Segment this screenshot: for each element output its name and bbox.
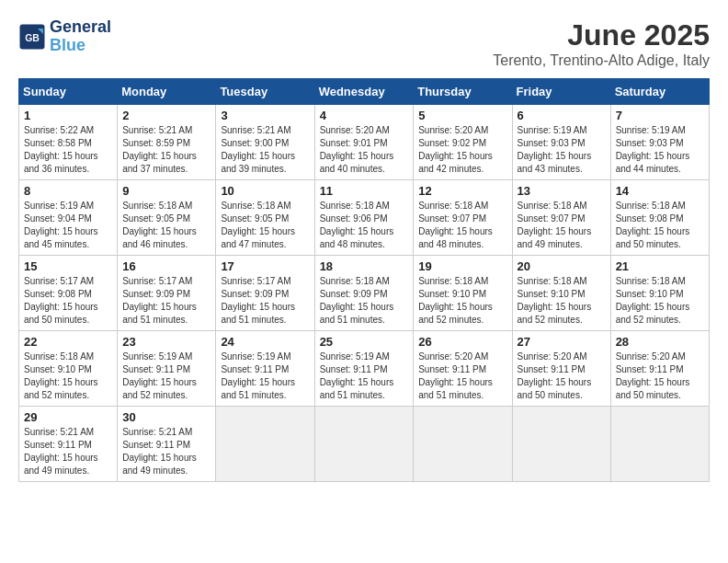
col-wednesday: Wednesday	[314, 79, 414, 105]
day-number: 24	[221, 335, 309, 349]
day-info: Sunrise: 5:19 AM Sunset: 9:11 PM Dayligh…	[221, 350, 309, 402]
day-number: 5	[418, 109, 506, 122]
title-block: June 2025 Terento, Trentino-Alto Adige, …	[493, 18, 710, 69]
table-row: 28 Sunrise: 5:20 AM Sunset: 9:11 PM Dayl…	[610, 331, 709, 407]
day-info: Sunrise: 5:20 AM Sunset: 9:11 PM Dayligh…	[418, 350, 506, 402]
table-row: 24 Sunrise: 5:19 AM Sunset: 9:11 PM Dayl…	[216, 331, 314, 407]
day-info: Sunrise: 5:20 AM Sunset: 9:11 PM Dayligh…	[518, 350, 606, 402]
day-info: Sunrise: 5:20 AM Sunset: 9:01 PM Dayligh…	[320, 124, 409, 176]
day-info: Sunrise: 5:18 AM Sunset: 9:05 PM Dayligh…	[122, 200, 210, 251]
table-row: 7 Sunrise: 5:19 AM Sunset: 9:03 PM Dayli…	[610, 105, 709, 180]
table-row: 18 Sunrise: 5:18 AM Sunset: 9:09 PM Dayl…	[314, 256, 414, 331]
table-row: 30 Sunrise: 5:21 AM Sunset: 9:11 PM Dayl…	[118, 407, 216, 482]
col-thursday: Thursday	[414, 79, 512, 105]
calendar-week-row: 8 Sunrise: 5:19 AM Sunset: 9:04 PM Dayli…	[19, 180, 710, 256]
day-number: 1	[24, 109, 112, 122]
svg-text:GB: GB	[25, 31, 40, 42]
day-number: 10	[221, 184, 309, 198]
day-number: 9	[122, 184, 210, 198]
table-row: 12 Sunrise: 5:18 AM Sunset: 9:07 PM Dayl…	[414, 180, 512, 256]
day-info: Sunrise: 5:21 AM Sunset: 9:00 PM Dayligh…	[221, 124, 309, 176]
col-tuesday: Tuesday	[216, 79, 314, 105]
table-row: 9 Sunrise: 5:18 AM Sunset: 9:05 PM Dayli…	[118, 180, 216, 256]
day-info: Sunrise: 5:18 AM Sunset: 9:09 PM Dayligh…	[320, 275, 409, 327]
day-number: 25	[320, 335, 409, 349]
table-row: 13 Sunrise: 5:18 AM Sunset: 9:07 PM Dayl…	[512, 180, 610, 256]
day-info: Sunrise: 5:18 AM Sunset: 9:10 PM Dayligh…	[518, 275, 606, 327]
table-row: 16 Sunrise: 5:17 AM Sunset: 9:09 PM Dayl…	[118, 256, 216, 331]
day-number: 17	[221, 259, 309, 273]
day-number: 21	[616, 259, 704, 273]
day-number: 13	[518, 184, 606, 198]
day-number: 7	[616, 109, 704, 122]
day-number: 16	[122, 259, 210, 273]
day-number: 28	[616, 335, 704, 349]
calendar-week-row: 15 Sunrise: 5:17 AM Sunset: 9:08 PM Dayl…	[19, 256, 710, 331]
table-row: 23 Sunrise: 5:19 AM Sunset: 9:11 PM Dayl…	[118, 331, 216, 407]
day-info: Sunrise: 5:21 AM Sunset: 8:59 PM Dayligh…	[122, 124, 210, 176]
day-number: 22	[24, 335, 112, 349]
day-info: Sunrise: 5:18 AM Sunset: 9:10 PM Dayligh…	[418, 275, 506, 327]
day-number: 23	[122, 335, 210, 349]
table-row: 5 Sunrise: 5:20 AM Sunset: 9:02 PM Dayli…	[414, 105, 512, 180]
table-row: 27 Sunrise: 5:20 AM Sunset: 9:11 PM Dayl…	[512, 331, 610, 407]
day-info: Sunrise: 5:19 AM Sunset: 9:11 PM Dayligh…	[122, 350, 210, 402]
day-number: 27	[518, 335, 606, 349]
table-row: 8 Sunrise: 5:19 AM Sunset: 9:04 PM Dayli…	[19, 180, 118, 256]
table-row: 10 Sunrise: 5:18 AM Sunset: 9:05 PM Dayl…	[216, 180, 314, 256]
day-info: Sunrise: 5:19 AM Sunset: 9:11 PM Dayligh…	[320, 350, 409, 402]
table-row	[414, 407, 512, 482]
day-info: Sunrise: 5:18 AM Sunset: 9:07 PM Dayligh…	[418, 200, 506, 251]
day-info: Sunrise: 5:18 AM Sunset: 9:10 PM Dayligh…	[616, 275, 704, 327]
table-row	[512, 407, 610, 482]
day-number: 29	[24, 410, 112, 424]
day-number: 20	[518, 259, 606, 273]
table-row: 11 Sunrise: 5:18 AM Sunset: 9:06 PM Dayl…	[314, 180, 414, 256]
table-row: 19 Sunrise: 5:18 AM Sunset: 9:10 PM Dayl…	[414, 256, 512, 331]
day-info: Sunrise: 5:19 AM Sunset: 9:04 PM Dayligh…	[24, 200, 112, 251]
day-info: Sunrise: 5:21 AM Sunset: 9:11 PM Dayligh…	[122, 426, 210, 477]
day-info: Sunrise: 5:18 AM Sunset: 9:06 PM Dayligh…	[320, 200, 409, 251]
day-info: Sunrise: 5:17 AM Sunset: 9:09 PM Dayligh…	[122, 275, 210, 327]
day-number: 2	[122, 109, 210, 122]
calendar-week-row: 29 Sunrise: 5:21 AM Sunset: 9:11 PM Dayl…	[19, 407, 710, 482]
logo-icon: GB	[18, 23, 46, 51]
day-number: 4	[320, 109, 409, 122]
day-number: 3	[221, 109, 309, 122]
day-number: 26	[418, 335, 506, 349]
day-number: 19	[418, 259, 506, 273]
day-number: 15	[24, 259, 112, 273]
calendar-week-row: 22 Sunrise: 5:18 AM Sunset: 9:10 PM Dayl…	[19, 331, 710, 407]
subtitle: Terento, Trentino-Alto Adige, Italy	[493, 52, 710, 69]
day-info: Sunrise: 5:17 AM Sunset: 9:09 PM Dayligh…	[221, 275, 309, 327]
col-sunday: Sunday	[19, 79, 118, 105]
table-row: 17 Sunrise: 5:17 AM Sunset: 9:09 PM Dayl…	[216, 256, 314, 331]
table-row: 4 Sunrise: 5:20 AM Sunset: 9:01 PM Dayli…	[314, 105, 414, 180]
day-info: Sunrise: 5:18 AM Sunset: 9:07 PM Dayligh…	[518, 200, 606, 251]
day-info: Sunrise: 5:20 AM Sunset: 9:11 PM Dayligh…	[616, 350, 704, 402]
calendar-header-row: Sunday Monday Tuesday Wednesday Thursday…	[19, 79, 710, 105]
day-number: 30	[122, 410, 210, 424]
table-row	[314, 407, 414, 482]
day-info: Sunrise: 5:17 AM Sunset: 9:08 PM Dayligh…	[24, 275, 112, 327]
day-info: Sunrise: 5:18 AM Sunset: 9:08 PM Dayligh…	[616, 200, 704, 251]
day-number: 6	[518, 109, 606, 122]
day-number: 8	[24, 184, 112, 198]
table-row: 1 Sunrise: 5:22 AM Sunset: 8:58 PM Dayli…	[19, 105, 118, 180]
day-info: Sunrise: 5:19 AM Sunset: 9:03 PM Dayligh…	[518, 124, 606, 176]
table-row: 15 Sunrise: 5:17 AM Sunset: 9:08 PM Dayl…	[19, 256, 118, 331]
day-info: Sunrise: 5:21 AM Sunset: 9:11 PM Dayligh…	[24, 426, 112, 477]
day-info: Sunrise: 5:22 AM Sunset: 8:58 PM Dayligh…	[24, 124, 112, 176]
table-row: 29 Sunrise: 5:21 AM Sunset: 9:11 PM Dayl…	[19, 407, 118, 482]
day-number: 12	[418, 184, 506, 198]
col-friday: Friday	[512, 79, 610, 105]
calendar-week-row: 1 Sunrise: 5:22 AM Sunset: 8:58 PM Dayli…	[19, 105, 710, 180]
col-saturday: Saturday	[610, 79, 709, 105]
day-number: 11	[320, 184, 409, 198]
day-info: Sunrise: 5:20 AM Sunset: 9:02 PM Dayligh…	[418, 124, 506, 176]
table-row	[216, 407, 314, 482]
logo-text: General Blue	[50, 18, 111, 55]
col-monday: Monday	[118, 79, 216, 105]
table-row: 22 Sunrise: 5:18 AM Sunset: 9:10 PM Dayl…	[19, 331, 118, 407]
logo: GB General Blue	[18, 18, 111, 55]
